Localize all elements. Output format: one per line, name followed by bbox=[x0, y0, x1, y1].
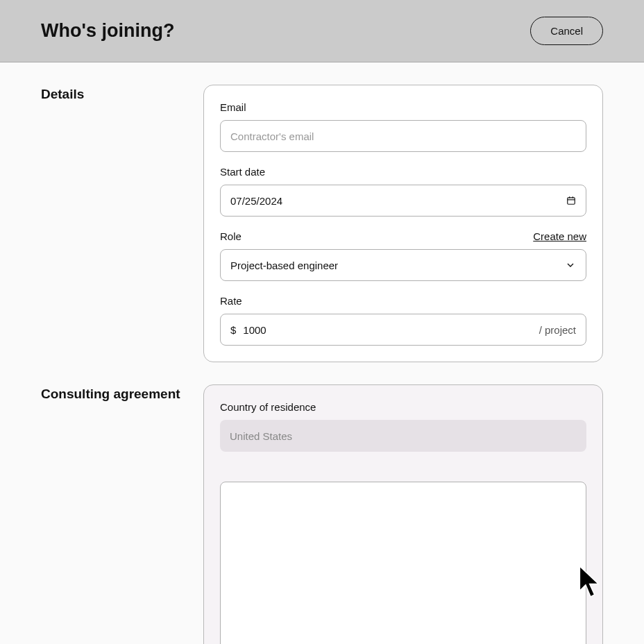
role-select[interactable]: Project-based engineer bbox=[220, 249, 586, 281]
country-input: United States bbox=[220, 420, 586, 452]
svg-rect-0 bbox=[568, 198, 575, 204]
start-date-value: 07/25/2024 bbox=[230, 195, 282, 207]
page-title: Who's joining? bbox=[41, 20, 174, 42]
consulting-card: Country of residence United States bbox=[203, 384, 603, 644]
rate-suffix: / project bbox=[539, 324, 576, 336]
page-header: Who's joining? Cancel bbox=[0, 0, 644, 62]
cancel-button[interactable]: Cancel bbox=[530, 17, 603, 45]
agreement-textarea[interactable] bbox=[220, 482, 586, 644]
consulting-section-title: Consulting agreement bbox=[41, 384, 203, 644]
role-select-value: Project-based engineer bbox=[230, 260, 338, 271]
create-new-role-link[interactable]: Create new bbox=[533, 230, 586, 242]
email-field-group: Email bbox=[220, 101, 586, 152]
start-date-label: Start date bbox=[220, 166, 265, 178]
role-field-group: Role Create new Project-based engineer bbox=[220, 230, 586, 281]
currency-prefix: $ bbox=[230, 324, 236, 336]
details-section: Details Email Start date 07/25/2024 bbox=[41, 85, 603, 362]
start-date-input[interactable]: 07/25/2024 bbox=[220, 185, 586, 217]
country-field-group: Country of residence United States bbox=[220, 401, 586, 452]
details-section-title: Details bbox=[41, 85, 203, 362]
country-value: United States bbox=[230, 430, 292, 442]
rate-input[interactable] bbox=[243, 324, 532, 336]
details-card: Email Start date 07/25/2024 bbox=[203, 85, 603, 362]
country-label: Country of residence bbox=[220, 401, 316, 413]
chevron-down-icon bbox=[565, 260, 576, 271]
content-area: Details Email Start date 07/25/2024 bbox=[0, 62, 644, 644]
start-date-field-group: Start date 07/25/2024 bbox=[220, 166, 586, 217]
email-label: Email bbox=[220, 101, 246, 113]
rate-field-group: Rate $ / project bbox=[220, 295, 586, 346]
consulting-section: Consulting agreement Country of residenc… bbox=[41, 384, 603, 644]
calendar-icon bbox=[566, 196, 576, 205]
rate-label: Rate bbox=[220, 295, 242, 307]
role-label: Role bbox=[220, 230, 242, 242]
email-input[interactable] bbox=[220, 120, 586, 152]
rate-input-wrap: $ / project bbox=[220, 314, 586, 346]
